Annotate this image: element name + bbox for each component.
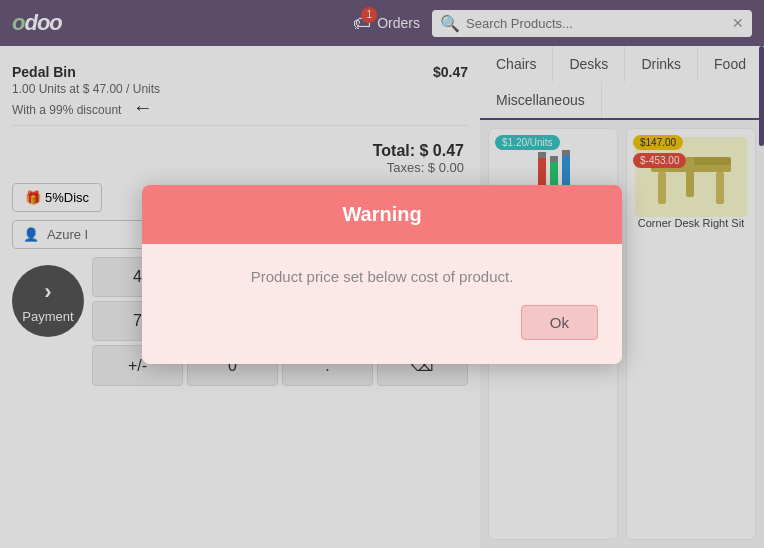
modal-message: Product price set below cost of product. (166, 268, 598, 285)
modal-body: Product price set below cost of product.… (142, 244, 622, 364)
modal-header: Warning ← (142, 185, 622, 244)
modal-title: Warning (342, 203, 421, 225)
modal-ok-button[interactable]: Ok (521, 305, 598, 340)
warning-modal: Warning ← Product price set below cost o… (142, 185, 622, 364)
modal-overlay: Warning ← Product price set below cost o… (0, 0, 764, 548)
